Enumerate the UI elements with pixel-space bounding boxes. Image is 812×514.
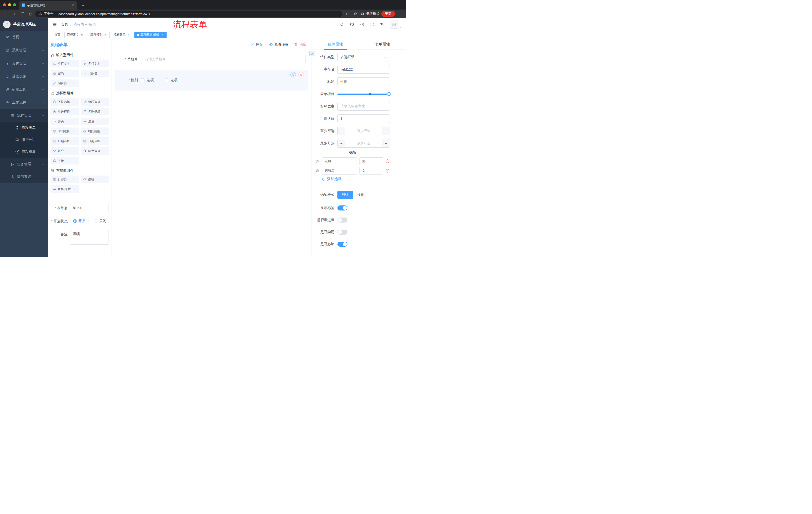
palette-item-date-range[interactable]: 日期范围 <box>81 137 109 145</box>
remove-option-icon[interactable] <box>385 159 390 163</box>
decrease-button[interactable]: − <box>338 127 345 135</box>
fullscreen-icon[interactable] <box>370 22 375 27</box>
sidebar-item-home[interactable]: 首页 <box>0 31 48 44</box>
browser-update-button[interactable]: 更新 <box>381 11 395 17</box>
grid-slider[interactable] <box>338 90 390 98</box>
sidebar-item-process-model[interactable]: 流程模型 <box>0 146 48 158</box>
component-type-select[interactable]: 多选框组 <box>338 53 390 61</box>
tab-close-icon[interactable] <box>71 3 75 7</box>
palette-item-single-line-text[interactable]: 单行文本 <box>51 60 79 67</box>
sidebar-item-process-form[interactable]: 流程表单 <box>0 122 48 134</box>
delete-widget-button[interactable] <box>298 72 304 77</box>
option-1-value-input[interactable]: 男 <box>359 157 383 165</box>
field-name-input[interactable]: field122 <box>338 65 390 74</box>
title-input[interactable]: 性别 <box>338 77 390 86</box>
palette-item-checkbox-group[interactable]: 多选框组 <box>81 108 109 115</box>
palette-item-button[interactable]: 按钮 <box>81 175 109 183</box>
search-icon[interactable] <box>340 22 344 27</box>
radio-on[interactable]: 开启 <box>70 217 88 225</box>
option-2-name-input[interactable]: 选项二 <box>322 167 357 174</box>
bookmark-star-icon[interactable] <box>352 11 358 17</box>
min-select-value[interactable]: 至少应选 <box>345 127 382 135</box>
radio-off[interactable]: 关闭 <box>94 219 106 223</box>
option-2-value-input[interactable]: 女 <box>359 167 383 174</box>
back-button[interactable] <box>3 11 9 17</box>
increase-button[interactable]: + <box>382 127 390 135</box>
breadcrumb-home[interactable]: 首页 <box>61 22 68 27</box>
security-status[interactable]: 不安全 <box>39 11 54 16</box>
sidebar-item-task-management[interactable]: 任务管理 <box>0 158 48 170</box>
tag-process-definition[interactable]: 流程定义 × <box>64 32 86 38</box>
palette-item-rate[interactable]: 评分 <box>51 147 79 155</box>
remove-option-icon[interactable] <box>385 168 390 173</box>
tag-process-model[interactable]: 流程模型 × <box>88 32 110 38</box>
tag-process-form[interactable]: 流程表单 × <box>111 32 133 38</box>
link-drawer-button[interactable] <box>310 51 315 56</box>
add-option-button[interactable]: 添加选项 <box>322 177 390 182</box>
save-button[interactable]: 保存 <box>250 42 263 47</box>
help-icon[interactable] <box>359 22 365 27</box>
url-bar[interactable]: 不安全 | dashboard.yudao.iocoder.cn/bpm/man… <box>35 10 342 17</box>
canvas-field-gender-selected[interactable]: 性别 选项一 选项二 <box>115 70 308 90</box>
sidebar-item-dev-tools[interactable]: 研发工具 <box>0 83 48 96</box>
github-icon[interactable] <box>349 22 354 27</box>
option-1-name-input[interactable]: 选项一 <box>322 157 357 165</box>
drag-handle-icon[interactable] <box>315 168 320 173</box>
palette-item-switch[interactable]: 开关 <box>51 118 79 125</box>
style-default-button[interactable]: 默认 <box>338 191 353 199</box>
sidebar-item-workflow[interactable]: 工作流程 <box>0 96 48 109</box>
increase-button[interactable]: + <box>382 139 390 147</box>
required-switch[interactable] <box>338 242 347 247</box>
show-label-switch[interactable] <box>338 206 347 211</box>
palette-item-time-picker[interactable]: 时间选择 <box>51 128 79 135</box>
max-select-value[interactable]: 最多可选 <box>345 139 382 147</box>
form-name-input[interactable]: biubiu <box>70 204 109 212</box>
tag-home[interactable]: 首页 <box>52 32 63 38</box>
palette-item-multi-line-text[interactable]: 多行文本 <box>81 60 109 67</box>
border-switch[interactable] <box>338 218 347 222</box>
sidebar-logo[interactable]: 芋道管理系统 <box>0 18 48 31</box>
user-avatar-menu[interactable] <box>390 20 402 29</box>
palette-item-date-picker[interactable]: 日期选择 <box>51 137 79 145</box>
palette-item-slider[interactable]: 滑块 <box>81 118 109 125</box>
new-tab-button[interactable] <box>79 2 86 8</box>
default-value-input[interactable]: 1 <box>338 114 390 123</box>
palette-item-cascader[interactable]: 级联选择 <box>81 98 109 106</box>
palette-item-select[interactable]: 下拉选择 <box>51 98 79 106</box>
font-size-icon[interactable] <box>380 22 385 27</box>
view-json-button[interactable]: 查看json <box>269 42 288 47</box>
disabled-switch[interactable] <box>338 229 347 235</box>
palette-item-password[interactable]: 密码 <box>51 70 79 77</box>
clear-button[interactable]: 清空 <box>294 42 307 47</box>
sidebar-item-user-group[interactable]: 用户分组 <box>0 134 48 146</box>
palette-item-upload[interactable]: 上传 <box>51 157 79 164</box>
sidebar-item-infrastructure[interactable]: 基础设施 <box>0 70 48 83</box>
browser-tab[interactable]: 芋道管理系统 <box>19 1 77 9</box>
minimize-window-button[interactable] <box>8 3 11 6</box>
tag-close-icon[interactable]: × <box>104 33 107 37</box>
phone-input[interactable]: 请输入手机号 <box>141 55 306 64</box>
tag-process-form-edit[interactable]: 流程表单-编辑 × <box>135 32 167 38</box>
palette-item-editor[interactable]: 编辑器 <box>51 79 79 87</box>
tab-form-props[interactable]: 表单属性 <box>359 39 406 50</box>
checkbox-option-2[interactable]: 选项二 <box>165 78 181 82</box>
slider-handle[interactable] <box>387 92 391 96</box>
tag-close-icon[interactable]: × <box>127 33 130 37</box>
canvas-field-phone[interactable]: 手机号 请输入手机号 <box>115 52 308 66</box>
home-button[interactable] <box>27 11 33 17</box>
style-button-button[interactable]: 按钮 <box>353 191 368 199</box>
palette-item-table[interactable]: 表格[开发中] <box>51 185 79 193</box>
slider-track[interactable] <box>338 93 390 95</box>
palette-item-radio-group[interactable]: 单选框组 <box>51 108 79 115</box>
zoom-window-button[interactable] <box>13 3 16 6</box>
tag-close-icon[interactable]: × <box>161 33 164 37</box>
sidebar-item-system-management[interactable]: 系统管理 <box>0 44 48 57</box>
form-remark-textarea[interactable]: 嘿嘿 <box>70 230 109 245</box>
fold-sidebar-icon[interactable] <box>52 22 57 27</box>
copy-widget-button[interactable] <box>290 72 296 77</box>
sidebar-item-leave-query[interactable]: 请假查询 <box>0 170 48 183</box>
label-width-input[interactable]: 请输入标签宽度 <box>338 102 390 111</box>
palette-item-counter[interactable]: 计数器 <box>81 70 109 77</box>
close-window-button[interactable] <box>3 3 6 6</box>
reload-button[interactable] <box>19 11 25 17</box>
